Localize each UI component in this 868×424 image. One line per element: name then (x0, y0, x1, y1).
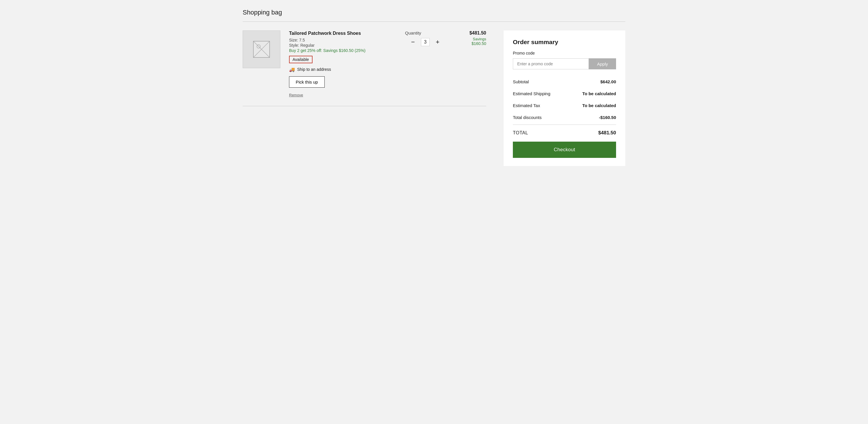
shipping-row: Estimated Shipping To be calculated (513, 88, 616, 100)
quantity-label: Quantity (405, 30, 421, 35)
ship-option-label: Ship to an address (297, 67, 331, 72)
tax-value: To be calculated (583, 103, 616, 108)
product-promo: Buy 2 get 25% off: Savings $160.50 (25%) (289, 48, 396, 53)
summary-divider (513, 124, 616, 125)
product-image (243, 30, 280, 68)
ship-icon: 🚚 (289, 67, 295, 72)
shipping-label: Estimated Shipping (513, 91, 550, 96)
subtotal-row: Subtotal $642.00 (513, 76, 616, 88)
product-price: $481.50 (454, 30, 486, 36)
tax-row: Estimated Tax To be calculated (513, 100, 616, 111)
discounts-row: Total discounts -$160.50 (513, 111, 616, 123)
page-divider (243, 22, 625, 22)
tax-label: Estimated Tax (513, 103, 540, 108)
subtotal-label: Subtotal (513, 79, 529, 84)
availability-badge: Available (289, 56, 312, 63)
promo-row: Apply (513, 58, 616, 69)
price-section: $481.50 Savings $160.50 (454, 30, 486, 97)
summary-title: Order summary (513, 38, 616, 46)
image-placeholder-icon (253, 40, 270, 58)
total-value: $481.50 (598, 130, 616, 136)
shipping-value: To be calculated (583, 91, 616, 96)
product-size: Size: 7.5 (289, 38, 396, 43)
cart-item: Tailored Patchwork Dress Shoes Size: 7.5… (243, 30, 486, 106)
quantity-controls: − 3 + (409, 38, 442, 47)
savings-amount: $160.50 (454, 41, 486, 46)
pickup-button[interactable]: Pick this up (289, 76, 325, 88)
promo-code-label: Promo code (513, 51, 616, 55)
total-label: TOTAL (513, 130, 528, 136)
product-details: Tailored Patchwork Dress Shoes Size: 7.5… (289, 30, 396, 97)
subtotal-value: $642.00 (600, 79, 616, 84)
product-name: Tailored Patchwork Dress Shoes (289, 30, 396, 36)
total-row: TOTAL $481.50 (513, 126, 616, 142)
apply-button[interactable]: Apply (589, 58, 616, 69)
remove-button[interactable]: Remove (289, 93, 303, 97)
savings-label: Savings (454, 37, 486, 41)
checkout-button[interactable]: Checkout (513, 142, 616, 158)
ship-option: 🚚 Ship to an address (289, 67, 396, 72)
discounts-value: -$160.50 (599, 115, 616, 120)
product-style: Style: Regular (289, 43, 396, 48)
quantity-value: 3 (421, 38, 430, 46)
quantity-increase-button[interactable]: + (433, 38, 442, 47)
quantity-decrease-button[interactable]: − (409, 38, 417, 47)
discounts-label: Total discounts (513, 115, 541, 120)
quantity-section: Quantity − 3 + (405, 30, 445, 97)
main-layout: Tailored Patchwork Dress Shoes Size: 7.5… (243, 30, 625, 166)
order-summary: Order summary Promo code Apply Subtotal … (503, 30, 625, 166)
cart-section: Tailored Patchwork Dress Shoes Size: 7.5… (243, 30, 486, 106)
promo-input[interactable] (513, 58, 589, 69)
page-title: Shopping bag (243, 9, 625, 16)
